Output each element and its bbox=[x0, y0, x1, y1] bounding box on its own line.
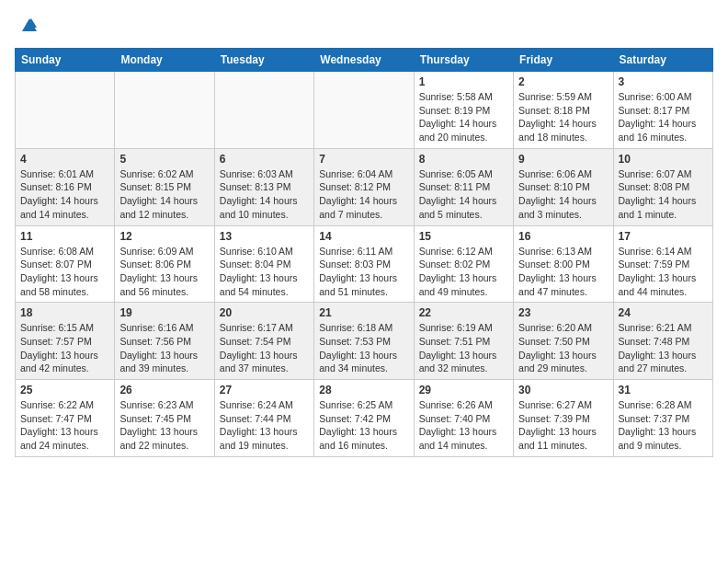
day-number: 24 bbox=[619, 306, 708, 319]
day-number: 21 bbox=[319, 306, 408, 319]
calendar-cell: 27Sunrise: 6:24 AM Sunset: 7:44 PM Dayli… bbox=[214, 380, 313, 457]
day-info: Sunrise: 6:12 AM Sunset: 8:02 PM Dayligh… bbox=[419, 245, 508, 299]
calendar-week-row: 4Sunrise: 6:01 AM Sunset: 8:16 PM Daylig… bbox=[16, 148, 713, 225]
day-number: 4 bbox=[20, 153, 109, 166]
calendar-cell: 7Sunrise: 6:04 AM Sunset: 8:12 PM Daylig… bbox=[314, 148, 414, 225]
calendar-cell: 14Sunrise: 6:11 AM Sunset: 8:03 PM Dayli… bbox=[314, 225, 414, 303]
day-info: Sunrise: 6:22 AM Sunset: 7:47 PM Dayligh… bbox=[20, 398, 109, 453]
calendar-cell: 8Sunrise: 6:05 AM Sunset: 8:11 PM Daylig… bbox=[414, 148, 513, 225]
weekday-header-sunday: Sunday bbox=[16, 49, 115, 72]
day-number: 28 bbox=[319, 384, 408, 396]
calendar-cell bbox=[314, 72, 414, 149]
calendar-cell: 25Sunrise: 6:22 AM Sunset: 7:47 PM Dayli… bbox=[16, 380, 115, 457]
calendar-cell: 15Sunrise: 6:12 AM Sunset: 8:02 PM Dayli… bbox=[414, 225, 513, 303]
calendar-cell: 5Sunrise: 6:02 AM Sunset: 8:15 PM Daylig… bbox=[115, 148, 214, 225]
calendar-cell: 21Sunrise: 6:18 AM Sunset: 7:53 PM Dayli… bbox=[314, 303, 414, 380]
calendar-cell: 26Sunrise: 6:23 AM Sunset: 7:45 PM Dayli… bbox=[115, 380, 214, 457]
calendar-cell: 12Sunrise: 6:09 AM Sunset: 8:06 PM Dayli… bbox=[115, 225, 214, 303]
calendar-cell bbox=[214, 72, 313, 149]
day-info: Sunrise: 6:17 AM Sunset: 7:54 PM Dayligh… bbox=[220, 321, 309, 375]
day-info: Sunrise: 6:05 AM Sunset: 8:11 PM Dayligh… bbox=[419, 167, 508, 222]
day-number: 14 bbox=[319, 230, 408, 243]
weekday-header-row: SundayMondayTuesdayWednesdayThursdayFrid… bbox=[16, 49, 713, 72]
calendar-cell: 30Sunrise: 6:27 AM Sunset: 7:39 PM Dayli… bbox=[514, 380, 613, 457]
day-info: Sunrise: 6:19 AM Sunset: 7:51 PM Dayligh… bbox=[419, 321, 508, 375]
day-info: Sunrise: 6:14 AM Sunset: 7:59 PM Dayligh… bbox=[619, 245, 708, 299]
day-number: 9 bbox=[518, 153, 608, 166]
day-info: Sunrise: 6:01 AM Sunset: 8:16 PM Dayligh… bbox=[20, 167, 109, 222]
day-info: Sunrise: 6:27 AM Sunset: 7:39 PM Dayligh… bbox=[518, 398, 608, 453]
day-info: Sunrise: 6:10 AM Sunset: 8:04 PM Dayligh… bbox=[220, 245, 309, 299]
calendar-week-row: 11Sunrise: 6:08 AM Sunset: 8:07 PM Dayli… bbox=[16, 225, 713, 303]
day-info: Sunrise: 6:26 AM Sunset: 7:40 PM Dayligh… bbox=[419, 398, 508, 453]
calendar-cell bbox=[115, 72, 214, 149]
day-info: Sunrise: 6:28 AM Sunset: 7:37 PM Dayligh… bbox=[619, 398, 708, 453]
logo bbox=[15, 15, 40, 37]
calendar-cell: 13Sunrise: 6:10 AM Sunset: 8:04 PM Dayli… bbox=[214, 225, 313, 303]
day-number: 31 bbox=[619, 384, 708, 396]
day-info: Sunrise: 6:08 AM Sunset: 8:07 PM Dayligh… bbox=[20, 245, 109, 299]
day-info: Sunrise: 6:02 AM Sunset: 8:15 PM Dayligh… bbox=[119, 167, 209, 222]
calendar-cell: 17Sunrise: 6:14 AM Sunset: 7:59 PM Dayli… bbox=[613, 225, 712, 303]
day-info: Sunrise: 5:59 AM Sunset: 8:18 PM Dayligh… bbox=[518, 90, 608, 144]
calendar-cell: 4Sunrise: 6:01 AM Sunset: 8:16 PM Daylig… bbox=[16, 148, 115, 225]
day-number: 2 bbox=[518, 75, 608, 88]
day-info: Sunrise: 6:21 AM Sunset: 7:48 PM Dayligh… bbox=[619, 321, 708, 375]
day-number: 20 bbox=[220, 306, 309, 319]
calendar-cell: 22Sunrise: 6:19 AM Sunset: 7:51 PM Dayli… bbox=[414, 303, 513, 380]
day-info: Sunrise: 6:20 AM Sunset: 7:50 PM Dayligh… bbox=[518, 321, 608, 375]
day-number: 25 bbox=[20, 384, 109, 396]
day-number: 10 bbox=[619, 153, 708, 166]
calendar-cell: 1Sunrise: 5:58 AM Sunset: 8:19 PM Daylig… bbox=[414, 72, 513, 149]
weekday-header-wednesday: Wednesday bbox=[314, 49, 414, 72]
calendar-cell: 23Sunrise: 6:20 AM Sunset: 7:50 PM Dayli… bbox=[514, 303, 613, 380]
day-number: 6 bbox=[220, 153, 309, 166]
day-info: Sunrise: 6:04 AM Sunset: 8:12 PM Dayligh… bbox=[319, 167, 408, 222]
day-number: 12 bbox=[119, 230, 209, 243]
day-number: 17 bbox=[619, 230, 708, 243]
calendar-week-row: 25Sunrise: 6:22 AM Sunset: 7:47 PM Dayli… bbox=[16, 380, 713, 457]
weekday-header-monday: Monday bbox=[115, 49, 214, 72]
day-number: 18 bbox=[20, 306, 109, 319]
calendar-cell: 29Sunrise: 6:26 AM Sunset: 7:40 PM Dayli… bbox=[414, 380, 513, 457]
day-info: Sunrise: 6:11 AM Sunset: 8:03 PM Dayligh… bbox=[319, 245, 408, 299]
day-number: 5 bbox=[119, 153, 209, 166]
day-info: Sunrise: 6:03 AM Sunset: 8:13 PM Dayligh… bbox=[220, 167, 309, 222]
weekday-header-tuesday: Tuesday bbox=[214, 49, 313, 72]
calendar-cell: 11Sunrise: 6:08 AM Sunset: 8:07 PM Dayli… bbox=[16, 225, 115, 303]
day-info: Sunrise: 6:13 AM Sunset: 8:00 PM Dayligh… bbox=[518, 245, 608, 299]
day-number: 3 bbox=[619, 75, 708, 88]
calendar-week-row: 1Sunrise: 5:58 AM Sunset: 8:19 PM Daylig… bbox=[16, 72, 713, 149]
day-number: 1 bbox=[419, 75, 508, 88]
day-info: Sunrise: 5:58 AM Sunset: 8:19 PM Dayligh… bbox=[419, 90, 508, 144]
day-info: Sunrise: 6:16 AM Sunset: 7:56 PM Dayligh… bbox=[119, 321, 209, 375]
weekday-header-friday: Friday bbox=[514, 49, 613, 72]
day-number: 27 bbox=[220, 384, 309, 396]
weekday-header-saturday: Saturday bbox=[613, 49, 712, 72]
calendar-cell: 6Sunrise: 6:03 AM Sunset: 8:13 PM Daylig… bbox=[214, 148, 313, 225]
calendar-cell: 10Sunrise: 6:07 AM Sunset: 8:08 PM Dayli… bbox=[613, 148, 712, 225]
day-info: Sunrise: 6:07 AM Sunset: 8:08 PM Dayligh… bbox=[619, 167, 708, 222]
calendar-cell: 28Sunrise: 6:25 AM Sunset: 7:42 PM Dayli… bbox=[314, 380, 414, 457]
day-info: Sunrise: 6:06 AM Sunset: 8:10 PM Dayligh… bbox=[518, 167, 608, 222]
day-number: 16 bbox=[518, 230, 608, 243]
page-header bbox=[15, 15, 713, 37]
day-number: 15 bbox=[419, 230, 508, 243]
calendar-cell: 31Sunrise: 6:28 AM Sunset: 7:37 PM Dayli… bbox=[613, 380, 712, 457]
day-number: 26 bbox=[119, 384, 209, 396]
day-number: 13 bbox=[220, 230, 309, 243]
calendar-cell bbox=[16, 72, 115, 149]
day-number: 11 bbox=[20, 230, 109, 243]
day-info: Sunrise: 6:25 AM Sunset: 7:42 PM Dayligh… bbox=[319, 398, 408, 453]
calendar-cell: 20Sunrise: 6:17 AM Sunset: 7:54 PM Dayli… bbox=[214, 303, 313, 380]
day-number: 30 bbox=[518, 384, 608, 396]
calendar-cell: 3Sunrise: 6:00 AM Sunset: 8:17 PM Daylig… bbox=[613, 72, 712, 149]
calendar-cell: 9Sunrise: 6:06 AM Sunset: 8:10 PM Daylig… bbox=[514, 148, 613, 225]
calendar-table: SundayMondayTuesdayWednesdayThursdayFrid… bbox=[15, 48, 713, 457]
day-info: Sunrise: 6:23 AM Sunset: 7:45 PM Dayligh… bbox=[119, 398, 209, 453]
day-info: Sunrise: 6:15 AM Sunset: 7:57 PM Dayligh… bbox=[20, 321, 109, 375]
day-number: 29 bbox=[419, 384, 508, 396]
day-number: 7 bbox=[319, 153, 408, 166]
calendar-cell: 24Sunrise: 6:21 AM Sunset: 7:48 PM Dayli… bbox=[613, 303, 712, 380]
day-info: Sunrise: 6:00 AM Sunset: 8:17 PM Dayligh… bbox=[619, 90, 708, 144]
